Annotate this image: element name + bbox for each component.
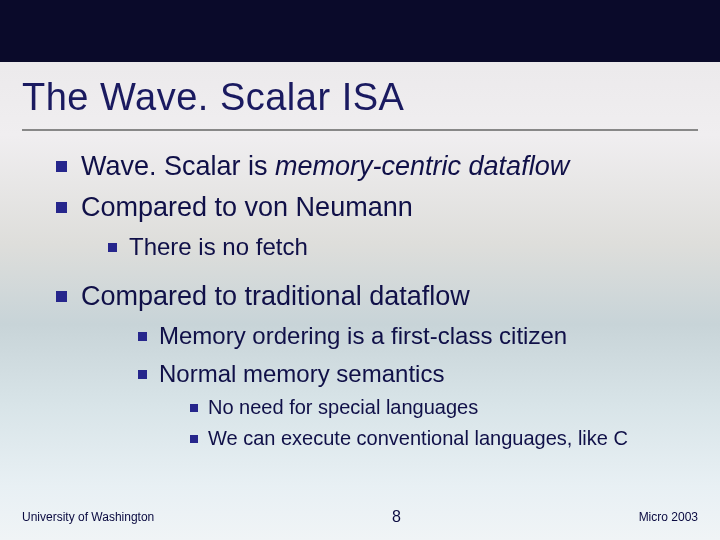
bullet-text: Memory ordering is a first-class citizen (159, 322, 567, 350)
bullet-level3: No need for special languages (190, 396, 698, 419)
slide-footer: University of Washington 8 Micro 2003 (0, 508, 720, 526)
square-bullet-icon (138, 370, 147, 379)
bullet-level1: Compared to traditional dataflow (56, 281, 698, 312)
square-bullet-icon (138, 332, 147, 341)
slide-content: Wave. Scalar is memory-centric dataflow … (0, 131, 720, 450)
bullet-text: Wave. Scalar is memory-centric dataflow (81, 151, 569, 182)
slide-title: The Wave. Scalar ISA (0, 62, 720, 123)
bullet-text: There is no fetch (129, 233, 308, 261)
square-bullet-icon (108, 243, 117, 252)
title-bar (0, 0, 720, 62)
square-bullet-icon (56, 202, 67, 213)
bullet-level2: Normal memory semantics (138, 360, 698, 388)
bullet-level3: We can execute conventional languages, l… (190, 427, 698, 450)
square-bullet-icon (56, 161, 67, 172)
bullet-level1: Wave. Scalar is memory-centric dataflow (56, 151, 698, 182)
square-bullet-icon (190, 435, 198, 443)
bullet-text: Compared to von Neumann (81, 192, 413, 223)
bullet-level2: There is no fetch (108, 233, 698, 261)
bullet-text: We can execute conventional languages, l… (208, 427, 628, 450)
bullet-text: Compared to traditional dataflow (81, 281, 470, 312)
footer-right: Micro 2003 (639, 510, 698, 524)
text-emphasis: memory-centric dataflow (275, 151, 569, 181)
bullet-level2: Memory ordering is a first-class citizen (138, 322, 698, 350)
text-plain: Wave. Scalar is (81, 151, 275, 181)
square-bullet-icon (56, 291, 67, 302)
slide-number: 8 (392, 508, 401, 526)
footer-left: University of Washington (22, 510, 154, 524)
bullet-level1: Compared to von Neumann (56, 192, 698, 223)
bullet-text: No need for special languages (208, 396, 478, 419)
bullet-text: Normal memory semantics (159, 360, 444, 388)
square-bullet-icon (190, 404, 198, 412)
